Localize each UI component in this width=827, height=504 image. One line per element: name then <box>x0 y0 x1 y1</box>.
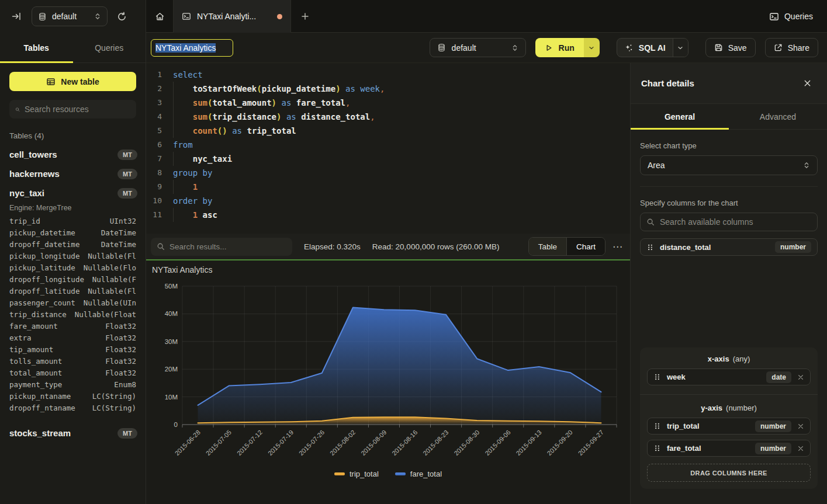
divider <box>640 186 818 187</box>
indent-guide <box>173 152 193 166</box>
column-name: passenger_count <box>9 298 75 310</box>
column-type: Float32 <box>105 322 136 333</box>
view-toggle-chart[interactable]: Chart <box>566 238 605 255</box>
home-tab-button[interactable] <box>146 0 173 33</box>
sql-ai-label: SQL AI <box>639 43 666 53</box>
sql-ai-button[interactable]: SQL AI <box>617 38 688 57</box>
drag-handle-icon <box>653 444 661 453</box>
table-column-row: total_amountFloat32 <box>0 369 146 380</box>
close-panel-button[interactable] <box>798 74 816 93</box>
database-selector-top[interactable]: default <box>32 6 108 26</box>
columns-search <box>640 213 818 231</box>
editor-line: 8group by <box>146 166 630 180</box>
view-toggle-table[interactable]: Table <box>529 238 566 255</box>
column-name: extra <box>9 333 32 345</box>
available-column-card[interactable]: distance_totalnumber <box>640 238 818 256</box>
column-type: Float32 <box>105 369 136 380</box>
search-results-input[interactable] <box>169 242 286 251</box>
code-text: nyc_taxi <box>173 152 232 166</box>
table-column-row: dropoff_longitudeNullable(F <box>0 275 146 287</box>
sidebar-tab-queries[interactable]: Queries <box>73 33 146 62</box>
engine-badge: MT <box>117 188 137 199</box>
area-chart: 010M20M30M40M50M2015-06-282015-07-052015… <box>146 260 630 504</box>
share-icon <box>774 43 783 52</box>
y-axis-column-row[interactable]: fare_totalnumber <box>647 440 811 457</box>
table-list-item[interactable]: nyc_taxiMT <box>0 183 146 203</box>
y-axis-column-row[interactable]: trip_totalnumber <box>647 418 811 435</box>
table-column-row: fare_amountFloat32 <box>0 322 146 333</box>
column-name: payment_type <box>9 380 62 392</box>
database-selector-query[interactable]: default <box>430 38 526 57</box>
code-token <box>227 126 232 135</box>
table-list-item[interactable]: cell_towersMT <box>0 145 146 164</box>
table-list-item[interactable]: stocks_streamMT <box>0 423 146 443</box>
code-token: trip_distance <box>212 112 276 121</box>
editor-line: 10order by <box>146 194 630 208</box>
chart-type-select[interactable]: Area <box>640 155 818 175</box>
column-type: LC(String) <box>92 392 136 404</box>
engine-badge: MT <box>117 428 137 439</box>
svg-text:2015-09-20: 2015-09-20 <box>546 429 574 457</box>
search-resources-input[interactable] <box>25 105 130 114</box>
database-selector-value: default <box>452 43 506 53</box>
column-name: dropoff_datetime <box>9 240 79 252</box>
code-token: ) <box>335 84 340 93</box>
chart-details-header: Chart details <box>631 63 827 104</box>
refresh-button[interactable] <box>112 7 131 26</box>
code-token: ) <box>222 126 227 135</box>
code-token: , <box>380 84 385 93</box>
line-number: 7 <box>146 152 162 166</box>
column-type: Nullable(F <box>92 275 136 287</box>
line-number: 9 <box>146 180 162 194</box>
table-engine-label: Engine: MergeTree <box>0 203 146 217</box>
tab-nytaxi-analytics[interactable]: NYTaxi Analyti... <box>173 0 291 33</box>
table-name: stocks_stream <box>9 428 71 438</box>
search-columns-input[interactable] <box>660 217 811 227</box>
line-number: 2 <box>146 82 162 96</box>
tab-advanced[interactable]: Advanced <box>729 104 827 129</box>
elapsed-stat: Elapsed: 0.320s <box>304 242 361 251</box>
code-token: as <box>286 112 296 121</box>
save-button[interactable]: Save <box>705 38 756 57</box>
remove-column-button[interactable] <box>797 423 804 430</box>
sql-editor[interactable]: 1select2toStartOfWeek(pickup_datetime) a… <box>146 63 630 234</box>
legend-item[interactable]: fare_total <box>395 470 442 478</box>
remove-column-button[interactable] <box>797 374 804 381</box>
x-axis-column-row[interactable]: weekdate <box>647 369 811 385</box>
drop-zone[interactable]: DRAG COLUMNS HERE <box>647 464 811 482</box>
code-token: order by <box>173 196 212 206</box>
collapse-sidebar-button[interactable] <box>7 7 26 26</box>
run-button[interactable]: Run <box>535 38 600 57</box>
tab-general[interactable]: General <box>631 104 729 129</box>
remove-column-button[interactable] <box>797 445 804 452</box>
query-title-input[interactable]: NYTaxi Analytics <box>151 39 233 57</box>
queries-icon <box>769 12 779 22</box>
legend-item[interactable]: trip_total <box>334 470 379 478</box>
columns-label: Specify columns for the chart <box>640 199 818 207</box>
sql-ai-options-button[interactable] <box>673 39 688 57</box>
search-icon <box>157 242 165 251</box>
code-token: ( <box>257 84 261 93</box>
database-icon <box>38 12 47 21</box>
line-number: 4 <box>146 110 162 124</box>
column-name: pickup_latitude <box>9 263 75 275</box>
column-type-badge: number <box>755 420 791 432</box>
code-token: pickup_datetime <box>262 84 335 93</box>
spacer <box>0 415 146 423</box>
column-name: pickup_longitude <box>9 252 79 263</box>
sidebar-tab-tables[interactable]: Tables <box>0 33 73 62</box>
updown-chevron-icon <box>803 161 810 169</box>
new-tab-button[interactable] <box>291 0 319 33</box>
results-search <box>151 238 292 256</box>
more-options-button[interactable]: ⋯ <box>610 241 625 253</box>
share-button[interactable]: Share <box>765 38 818 57</box>
svg-text:2015-09-13: 2015-09-13 <box>514 429 542 457</box>
updown-chevron-icon <box>94 12 101 20</box>
sql-ai-button-main[interactable]: SQL AI <box>617 39 673 57</box>
run-button-main[interactable]: Run <box>535 38 584 57</box>
new-table-button[interactable]: New table <box>9 72 136 91</box>
table-list-item[interactable]: hackernewsMT <box>0 164 146 183</box>
run-options-button[interactable] <box>584 38 600 57</box>
column-name: dropoff_ntaname <box>9 404 75 415</box>
queries-button[interactable]: Queries <box>764 7 818 26</box>
